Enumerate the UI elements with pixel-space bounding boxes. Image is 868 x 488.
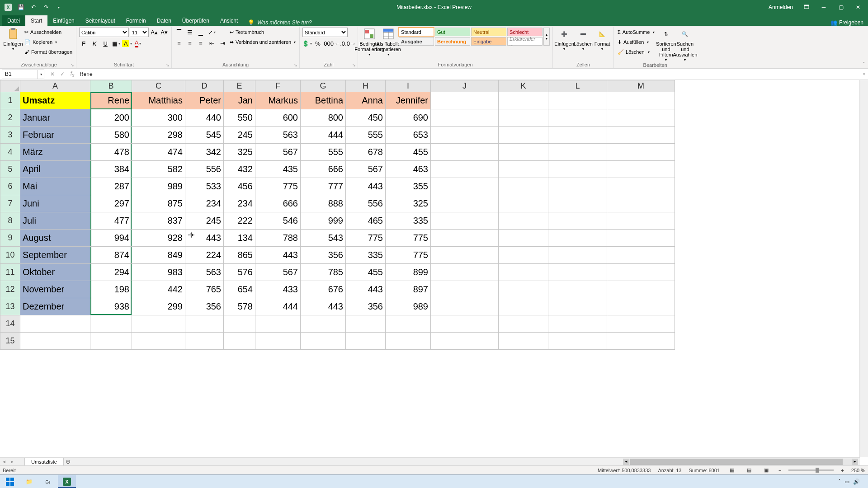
insert-cells-button[interactable]: ➕Einfügen▾ xyxy=(556,28,573,52)
save-icon[interactable]: 💾 xyxy=(15,2,26,13)
undo-icon[interactable]: ↶ xyxy=(28,2,39,13)
wrap-text-button[interactable]: ↩Textumbruch xyxy=(229,28,297,37)
cell[interactable]: 849 xyxy=(132,247,185,264)
cell[interactable] xyxy=(548,195,607,212)
close-icon[interactable]: ✕ xyxy=(850,0,866,14)
cell[interactable]: 543 xyxy=(301,230,346,247)
cell[interactable] xyxy=(548,178,607,195)
cell[interactable]: Anna xyxy=(346,92,386,109)
cell[interactable]: 456 xyxy=(224,178,255,195)
autosum-button[interactable]: ΣAutoSumme▾ xyxy=(617,28,656,37)
formula-input[interactable] xyxy=(77,70,860,79)
cell[interactable]: 983 xyxy=(132,264,185,281)
align-right-icon[interactable]: ≡ xyxy=(196,38,205,47)
cell-style-card[interactable]: Eingabe xyxy=(471,37,506,46)
orientation-icon[interactable]: ⤢ xyxy=(207,28,216,37)
cell[interactable]: 874 xyxy=(90,247,132,264)
tab-ueberpruefen[interactable]: Überprüfen xyxy=(177,15,215,26)
cell[interactable] xyxy=(499,230,548,247)
cell[interactable]: 325 xyxy=(386,195,431,212)
cell[interactable]: 444 xyxy=(301,127,346,144)
cell[interactable] xyxy=(386,315,431,333)
row-header[interactable]: 14 xyxy=(0,315,20,333)
cell[interactable]: 785 xyxy=(301,264,346,281)
cell[interactable] xyxy=(431,333,499,350)
name-box-drop-icon[interactable]: ▾ xyxy=(38,70,44,79)
cell[interactable]: Peter xyxy=(185,92,224,109)
cell[interactable] xyxy=(499,247,548,264)
cell[interactable] xyxy=(499,212,548,230)
cell-style-card[interactable]: Neutral xyxy=(471,28,506,36)
cell[interactable]: 546 xyxy=(255,212,301,230)
collapse-ribbon-icon[interactable]: ˄ xyxy=(863,61,865,67)
cell[interactable] xyxy=(499,92,548,109)
row-header[interactable]: 2 xyxy=(0,109,20,127)
cell[interactable]: 775 xyxy=(386,230,431,247)
cell[interactable]: 287 xyxy=(90,178,132,195)
cell[interactable]: Dezember xyxy=(20,298,90,315)
cell[interactable]: Rene xyxy=(90,92,132,109)
font-color-icon[interactable]: A xyxy=(133,39,142,48)
cell[interactable]: 443 xyxy=(346,281,386,298)
cut-button[interactable]: ✂Ausschneiden xyxy=(24,28,73,37)
cell[interactable]: 533 xyxy=(185,178,224,195)
cell-style-card[interactable]: Standard xyxy=(399,28,434,36)
cell[interactable] xyxy=(499,298,548,315)
cell[interactable] xyxy=(607,298,675,315)
cell[interactable]: 580 xyxy=(90,127,132,144)
cell[interactable]: 775 xyxy=(386,247,431,264)
cell[interactable]: 224 xyxy=(185,247,224,264)
tell-me-search[interactable]: 💡 Was möchten Sie tun? xyxy=(243,19,312,26)
view-normal-icon[interactable]: ▦ xyxy=(727,467,737,474)
cell[interactable]: September xyxy=(20,247,90,264)
cell-style-card[interactable]: Erklärender ... xyxy=(507,37,542,46)
cell[interactable]: 294 xyxy=(90,264,132,281)
col-header[interactable]: F xyxy=(255,80,301,92)
cell[interactable] xyxy=(548,92,607,109)
col-header[interactable]: D xyxy=(185,80,224,92)
underline-icon[interactable]: U xyxy=(101,39,110,48)
cell[interactable]: August xyxy=(20,230,90,247)
currency-icon[interactable]: 💲 xyxy=(302,39,311,48)
zoom-level[interactable]: 250 % xyxy=(851,468,865,473)
tab-einfuegen[interactable]: Einfügen xyxy=(47,15,80,26)
cell[interactable]: 676 xyxy=(301,281,346,298)
row-header[interactable]: 4 xyxy=(0,144,20,161)
tab-nav-first-icon[interactable]: ◄ xyxy=(0,459,8,464)
row-header[interactable]: 3 xyxy=(0,127,20,144)
cell[interactable]: 356 xyxy=(301,247,346,264)
cell[interactable]: 989 xyxy=(386,298,431,315)
cell[interactable] xyxy=(548,333,607,350)
cell[interactable]: 666 xyxy=(255,195,301,212)
minimize-icon[interactable]: ─ xyxy=(816,0,832,14)
cell[interactable] xyxy=(90,333,132,350)
fx-icon[interactable]: fx xyxy=(68,70,77,79)
cell[interactable]: 335 xyxy=(346,247,386,264)
cell[interactable]: 299 xyxy=(132,298,185,315)
tray-volume-icon[interactable]: 🔊 xyxy=(853,479,860,485)
format-cells-button[interactable]: 📐Format▾ xyxy=(594,28,611,52)
cell[interactable] xyxy=(224,315,255,333)
cell[interactable] xyxy=(301,333,346,350)
tab-daten[interactable]: Daten xyxy=(151,15,177,26)
share-button[interactable]: 👥Freigeben xyxy=(830,19,863,26)
cell[interactable]: Jan xyxy=(224,92,255,109)
fill-color-icon[interactable]: A xyxy=(123,39,132,48)
cell[interactable] xyxy=(431,281,499,298)
cell[interactable]: 897 xyxy=(386,281,431,298)
row-header[interactable]: 11 xyxy=(0,264,20,281)
cell[interactable]: Markus xyxy=(255,92,301,109)
expand-formula-bar-icon[interactable]: ▾ xyxy=(860,72,868,76)
row-header[interactable]: 12 xyxy=(0,281,20,298)
shrink-font-icon[interactable]: A▾ xyxy=(160,28,169,37)
cell[interactable]: 654 xyxy=(224,281,255,298)
row-header[interactable]: 10 xyxy=(0,247,20,264)
cell[interactable]: Juli xyxy=(20,212,90,230)
cell[interactable]: 800 xyxy=(301,109,346,127)
cell[interactable]: Matthias xyxy=(132,92,185,109)
cell[interactable]: 384 xyxy=(90,161,132,178)
cell-style-card[interactable]: Schlecht xyxy=(507,28,542,36)
cell[interactable]: 245 xyxy=(185,212,224,230)
cell[interactable] xyxy=(499,315,548,333)
cell[interactable] xyxy=(548,109,607,127)
